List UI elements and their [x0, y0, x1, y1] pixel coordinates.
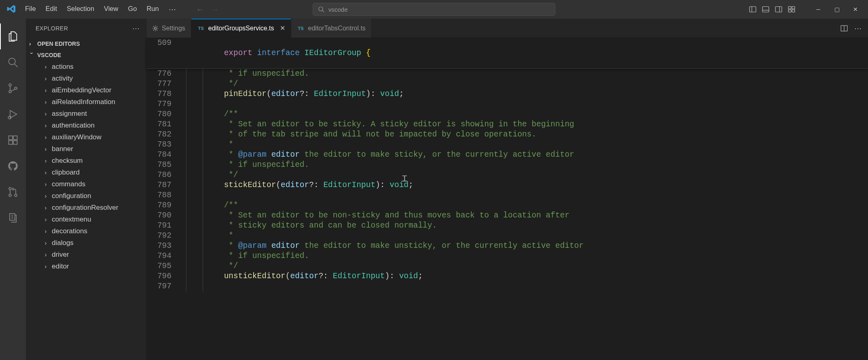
layout-left-icon[interactable]: [749, 6, 756, 13]
tab-editortabscontrol[interactable]: TS editorTabsControl.ts: [291, 19, 372, 38]
svg-point-15: [9, 90, 11, 93]
sticky-scroll[interactable]: 509 export interface IEditorGroup {: [146, 38, 868, 69]
sidebar-more-icon[interactable]: ⋯: [132, 24, 140, 33]
activity-pullrequest[interactable]: [0, 179, 26, 205]
code-line[interactable]: 790 * Set an editor to be non-sticky and…: [146, 211, 868, 221]
tab-close-button[interactable]: ✕: [280, 24, 285, 32]
file-tree[interactable]: ›actions›activity›aiEmbeddingVector›aiRe…: [26, 61, 146, 360]
window-maximize-button[interactable]: ▢: [828, 0, 846, 19]
tabbar: Settings TS editorGroupsService.ts ✕ TS …: [146, 19, 868, 38]
more-actions-icon[interactable]: ⋯: [854, 24, 862, 33]
code-line[interactable]: 778 pinEditor(editor?: EditorInput): voi…: [146, 89, 868, 99]
code-line[interactable]: 780 /**: [146, 109, 868, 119]
code-line[interactable]: 781 * Set an editor to be sticky. A stic…: [146, 119, 868, 130]
menu-edit[interactable]: Edit: [42, 2, 61, 16]
menu-go[interactable]: Go: [124, 2, 141, 16]
split-editor-icon[interactable]: [840, 25, 848, 32]
code-content: * @param editor the editor to make stick…: [184, 150, 868, 160]
code-line[interactable]: 786 */: [146, 170, 868, 180]
code-content: *: [184, 231, 868, 241]
line-number: 782: [146, 130, 184, 140]
code-line[interactable]: 795 */: [146, 261, 868, 271]
code-line[interactable]: 796 unstickEditor(editor?: EditorInput):…: [146, 271, 868, 281]
menu-view[interactable]: View: [100, 2, 122, 16]
svg-point-22: [9, 187, 11, 190]
window-minimize-button[interactable]: ─: [809, 0, 828, 19]
chevron-right-icon: ›: [43, 216, 49, 223]
tree-item-actions[interactable]: ›actions: [26, 61, 146, 72]
editor-body[interactable]: Ꮖ 776 * if unspecified.777 */778 pinEdit…: [146, 69, 868, 360]
code-line[interactable]: 788: [146, 190, 868, 200]
activity-references[interactable]: [0, 205, 26, 231]
tree-item-configuration[interactable]: ›configuration: [26, 190, 146, 202]
code-line[interactable]: 783 *: [146, 140, 868, 150]
chevron-right-icon: ›: [43, 251, 49, 258]
menu-overflow[interactable]: ⋯: [165, 2, 180, 16]
code-line[interactable]: 784 * @param editor the editor to make s…: [146, 150, 868, 160]
code-line[interactable]: 794 * if unspecified.: [146, 251, 868, 261]
code-content: * if unspecified.: [184, 160, 868, 170]
code-content: * Set an editor to be non-sticky and thu…: [184, 211, 868, 221]
layout-bottom-icon[interactable]: [762, 6, 769, 13]
code-line[interactable]: 777 */: [146, 79, 868, 89]
code-content: /**: [184, 200, 868, 211]
tree-item-contextmenu[interactable]: ›contextmenu: [26, 213, 146, 225]
tree-item-aiRelatedInformation[interactable]: ›aiRelatedInformation: [26, 96, 146, 108]
layout-right-icon[interactable]: [775, 6, 782, 13]
code-line[interactable]: 797: [146, 281, 868, 292]
tree-item-banner[interactable]: ›banner: [26, 143, 146, 155]
chevron-right-icon: ›: [43, 87, 49, 94]
tree-item-configurationResolver[interactable]: ›configurationResolver: [26, 202, 146, 213]
tree-item-editor[interactable]: ›editor: [26, 260, 146, 272]
activity-scm[interactable]: [0, 75, 26, 101]
nav-forward-icon[interactable]: →: [211, 5, 219, 14]
tab-settings[interactable]: Settings: [146, 19, 191, 38]
svg-rect-18: [9, 136, 13, 140]
tree-item-clipboard[interactable]: ›clipboard: [26, 166, 146, 178]
command-center[interactable]: vscode: [313, 3, 555, 16]
tree-item-assignment[interactable]: ›assignment: [26, 108, 146, 119]
tree-item-checksum[interactable]: ›checksum: [26, 155, 146, 166]
section-folder[interactable]: › VSCODE: [26, 49, 146, 61]
tree-item-driver[interactable]: ›driver: [26, 249, 146, 260]
section-open-editors[interactable]: › OPEN EDITORS: [26, 38, 146, 49]
chevron-right-icon: ›: [43, 145, 49, 152]
code-content: * @param editor the editor to make unsti…: [184, 241, 868, 251]
menu-run[interactable]: Run: [142, 2, 163, 16]
code-line[interactable]: 792 *: [146, 231, 868, 241]
tree-item-authentication[interactable]: ›authentication: [26, 119, 146, 131]
code-line[interactable]: 785 * if unspecified.: [146, 160, 868, 170]
chevron-right-icon: ›: [43, 63, 49, 70]
nav-back-icon[interactable]: ←: [196, 5, 204, 14]
sidebar-header: EXPLORER ⋯: [26, 19, 146, 38]
window-close-button[interactable]: ✕: [846, 0, 865, 19]
line-number: 792: [146, 231, 184, 241]
tree-item-label: contextmenu: [52, 215, 91, 224]
code-line[interactable]: 782 * of the tab stripe and will not be …: [146, 130, 868, 140]
code-line[interactable]: 789 /**: [146, 200, 868, 211]
line-number: 793: [146, 241, 184, 251]
svg-point-12: [9, 58, 15, 65]
code-line[interactable]: 791 * sticky editors and can be closed n…: [146, 221, 868, 231]
code-line[interactable]: 787 stickEditor(editor?: EditorInput): v…: [146, 180, 868, 190]
code-line[interactable]: 776 * if unspecified.: [146, 69, 868, 79]
tree-item-auxiliaryWindow[interactable]: ›auxiliaryWindow: [26, 131, 146, 143]
activity-github[interactable]: [0, 153, 26, 179]
tree-item-activity[interactable]: ›activity: [26, 72, 146, 84]
activity-explorer[interactable]: [0, 23, 26, 49]
code-line[interactable]: 779: [146, 99, 868, 109]
tree-item-decorations[interactable]: ›decorations: [26, 225, 146, 237]
layout-customize-icon[interactable]: [788, 6, 795, 13]
menu-selection[interactable]: Selection: [63, 2, 98, 16]
line-number: 784: [146, 150, 184, 160]
activity-debug[interactable]: [0, 101, 26, 127]
activity-search[interactable]: [0, 49, 26, 75]
tree-item-commands[interactable]: ›commands: [26, 178, 146, 190]
line-number: 780: [146, 109, 184, 119]
tree-item-aiEmbeddingVector[interactable]: ›aiEmbeddingVector: [26, 84, 146, 96]
menu-file[interactable]: File: [21, 2, 40, 16]
tree-item-dialogs[interactable]: ›dialogs: [26, 237, 146, 249]
activity-extensions[interactable]: [0, 127, 26, 153]
tab-editorgroupsservice[interactable]: TS editorGroupsService.ts ✕: [191, 19, 291, 38]
code-line[interactable]: 793 * @param editor the editor to make u…: [146, 241, 868, 251]
